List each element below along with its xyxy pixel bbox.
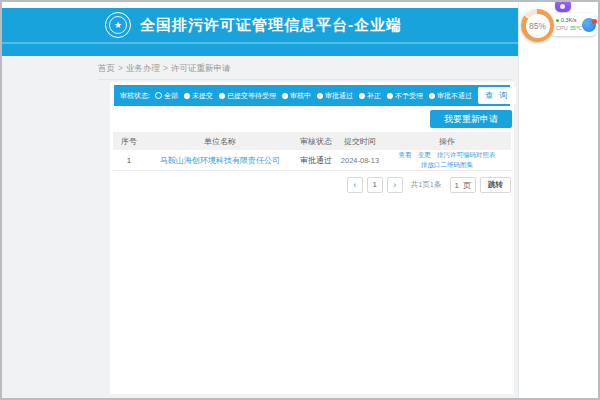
filter-option-approved[interactable]: 审批通过	[317, 91, 353, 101]
national-emblem-logo-icon: ★	[105, 12, 131, 38]
radio-selected-icon	[155, 92, 162, 99]
pagination-summary: 共1页1条	[411, 180, 442, 190]
page-input-value[interactable]: 1	[455, 181, 459, 190]
net-speed-label: 0.3K/s	[561, 17, 577, 24]
chevron-left-icon: ‹	[353, 181, 356, 190]
results-table: 序号 单位名称 审核状态 提交时间 操作 1 马鞍山海创环境科技有限责任公司 审…	[113, 132, 511, 171]
memory-percent-label: 85%	[526, 14, 550, 38]
breadcrumb-separator: >	[118, 63, 123, 73]
page-unit-label: 页	[463, 180, 471, 191]
op-outlet-qrcode-link[interactable]: 排放口二维码图集	[421, 161, 473, 168]
breadcrumb-home[interactable]: 首页	[98, 63, 115, 73]
pagination: ‹ 1 › 共1页1条 1 页 跳转	[347, 177, 511, 193]
search-button[interactable]: 查 询	[478, 87, 516, 104]
page-1-button[interactable]: 1	[367, 177, 383, 193]
filter-option-not-accepted[interactable]: 不予受理	[387, 91, 423, 101]
op-change-link[interactable]: 变更	[418, 151, 431, 158]
filter-option-label: 已提交等待受理	[227, 91, 276, 101]
radio-icon	[219, 93, 225, 99]
radio-icon	[429, 93, 435, 99]
next-page-button[interactable]: ›	[387, 177, 403, 193]
reapply-button[interactable]: 我要重新申请	[430, 110, 512, 128]
screenshot-root: ★ 全国排污许可证管理信息平台-企业端 首页>业务办理>许可证重新申请 审核状态…	[0, 0, 600, 400]
filter-option-label: 审核中	[290, 91, 311, 101]
filter-option-label: 审批通过	[325, 91, 353, 101]
boost-icon[interactable]	[582, 18, 596, 32]
memory-usage-ring[interactable]: 85%	[521, 9, 554, 42]
browser-edge	[518, 2, 519, 398]
radio-icon	[282, 93, 288, 99]
filter-option-label: 未提交	[192, 91, 213, 101]
filter-option-label: 全部	[164, 91, 178, 101]
breadcrumb-divider	[98, 79, 512, 80]
filter-option-submitted-waiting[interactable]: 已提交等待受理	[219, 91, 276, 101]
content-card: 审核状态: 全部 未提交 已提交等待受理 审核中	[110, 82, 514, 394]
filter-bar: 审核状态: 全部 未提交 已提交等待受理 审核中	[114, 85, 510, 106]
breadcrumb: 首页>业务办理>许可证重新申请	[98, 63, 230, 75]
cell-submit-time: 2024-08-13	[337, 150, 383, 171]
ai-assistant-icon[interactable]	[555, 0, 571, 12]
chevron-right-icon: ›	[393, 181, 396, 190]
radio-icon	[317, 93, 323, 99]
cell-index: 1	[113, 150, 145, 171]
company-link[interactable]: 马鞍山海创环境科技有限责任公司	[160, 156, 280, 165]
table-row: 1 马鞍山海创环境科技有限责任公司 审批通过 2024-08-13 查看 变更 …	[113, 150, 511, 171]
system-monitor-pill[interactable]: 0.3K/s CPU35℃	[550, 13, 596, 36]
jump-button[interactable]: 跳转	[480, 177, 511, 193]
radio-icon	[387, 93, 393, 99]
net-status-dot-icon	[556, 19, 559, 22]
browser-window: ★ 全国排污许可证管理信息平台-企业端 首页>业务办理>许可证重新申请 审核状态…	[2, 2, 518, 398]
filter-option-correction[interactable]: 补正	[359, 91, 381, 101]
filter-option-rejected[interactable]: 审批不通过	[429, 91, 472, 101]
radio-icon	[184, 93, 190, 99]
breadcrumb-business[interactable]: 业务办理	[126, 63, 160, 73]
cell-operations: 查看 变更 排污许可编码对照表 排放口二维码图集	[383, 150, 511, 171]
nav-bar	[2, 44, 518, 56]
table-header-row: 序号 单位名称 审核状态 提交时间 操作	[113, 132, 511, 150]
cell-status: 审批通过	[295, 150, 337, 171]
column-company: 单位名称	[145, 132, 295, 150]
radio-icon	[359, 93, 365, 99]
page-input-box[interactable]: 1 页	[450, 177, 476, 193]
column-status: 审核状态	[295, 132, 337, 150]
filter-option-label: 补正	[367, 91, 381, 101]
filter-option-label: 不予受理	[395, 91, 423, 101]
breadcrumb-separator: >	[163, 63, 168, 73]
filter-option-in-review[interactable]: 审核中	[282, 91, 311, 101]
breadcrumb-current: 许可证重新申请	[171, 63, 231, 73]
cpu-label: CPU	[556, 25, 568, 31]
prev-page-button[interactable]: ‹	[347, 177, 363, 193]
filter-option-all[interactable]: 全部	[155, 91, 178, 101]
op-view-link[interactable]: 查看	[399, 151, 412, 158]
op-permit-code-table-link[interactable]: 排污许可编码对照表	[437, 151, 496, 158]
filter-option-unsubmitted[interactable]: 未提交	[184, 91, 213, 101]
filter-option-label: 审批不通过	[437, 91, 472, 101]
site-title: 全国排污许可证管理信息平台-企业端	[140, 8, 402, 42]
column-operations: 操作	[383, 132, 511, 150]
column-index: 序号	[113, 132, 145, 150]
notification-dot-icon	[592, 19, 597, 24]
filter-label: 审核状态:	[120, 91, 150, 101]
site-header: ★ 全国排污许可证管理信息平台-企业端	[2, 8, 518, 42]
cpu-temp-label: 35℃	[570, 25, 582, 31]
column-submit-time: 提交时间	[337, 132, 383, 150]
